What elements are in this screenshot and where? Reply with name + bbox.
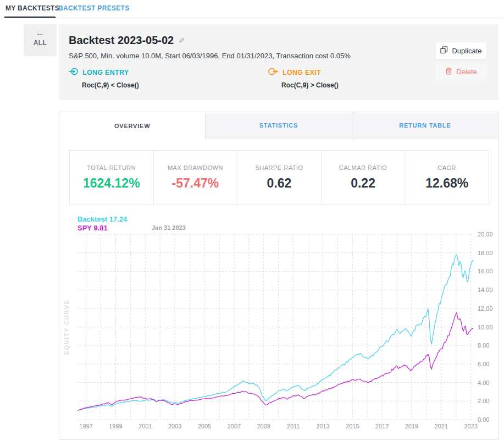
stat-max-drawdown: MAX DRAWDOWN -57.47% xyxy=(153,151,237,205)
delete-button[interactable]: Delete xyxy=(436,64,486,80)
stat-value: -57.47% xyxy=(172,176,219,191)
legend-backtest: Backtest 17.24 xyxy=(77,215,127,224)
summary-stats-row: TOTAL RETURN 1624.12% MAX DRAWDOWN -57.4… xyxy=(69,150,489,205)
svg-text:2.00: 2.00 xyxy=(478,398,489,404)
stat-label: SHARPE RATIO xyxy=(255,164,303,171)
delete-label: Delete xyxy=(456,68,477,76)
svg-text:6.00: 6.00 xyxy=(478,361,489,367)
long-entry-block: LONG ENTRY Roc(C,9) < Close() xyxy=(69,67,268,89)
top-tab-bar: MY BACKTESTS BACKTEST PRESETS xyxy=(0,0,504,18)
stat-sharpe-ratio: SHARPE RATIO 0.62 xyxy=(237,151,321,205)
svg-text:10.00: 10.00 xyxy=(478,324,493,331)
stat-label: CAGR xyxy=(437,164,456,171)
stat-calmar-ratio: CALMAR RATIO 0.22 xyxy=(321,151,405,205)
tab-overview[interactable]: OVERVIEW xyxy=(59,112,205,139)
tab-my-backtests[interactable]: MY BACKTESTS xyxy=(5,0,59,18)
svg-text:2019: 2019 xyxy=(405,423,418,430)
stat-value: 12.68% xyxy=(425,176,468,191)
results-tab-bar: OVERVIEW STATISTICS RETURN TABLE xyxy=(59,112,498,139)
svg-text:2005: 2005 xyxy=(198,423,211,430)
stat-label: CALMAR RATIO xyxy=(339,164,387,171)
tab-statistics[interactable]: STATISTICS xyxy=(205,112,351,139)
back-to-all-button[interactable]: ← ALL xyxy=(24,24,57,56)
stat-value: 1624.12% xyxy=(83,176,140,191)
svg-text:1997: 1997 xyxy=(79,423,92,430)
svg-text:14.00: 14.00 xyxy=(478,287,493,293)
duplicate-icon xyxy=(440,46,448,56)
tab-return-table[interactable]: RETURN TABLE xyxy=(352,112,498,139)
svg-text:2021: 2021 xyxy=(435,423,448,430)
back-arrow-icon: ← xyxy=(24,28,57,38)
svg-text:12.00: 12.00 xyxy=(478,305,493,312)
long-entry-icon xyxy=(69,67,79,78)
svg-text:2023: 2023 xyxy=(464,423,477,430)
stat-value: 0.62 xyxy=(267,176,292,191)
stat-total-return: TOTAL RETURN 1624.12% xyxy=(70,151,153,205)
long-entry-rule: Roc(C,9) < Close() xyxy=(82,81,268,89)
legend-spy: SPY 9.81 xyxy=(77,224,127,233)
back-label: ALL xyxy=(24,39,57,47)
svg-text:2007: 2007 xyxy=(228,423,241,430)
long-exit-rule: Roc(C,9) > Close() xyxy=(281,81,468,89)
equity-curve-chart[interactable]: 0.002.004.006.008.0010.0012.0014.0016.00… xyxy=(62,214,496,434)
svg-text:8.00: 8.00 xyxy=(478,342,489,349)
svg-text:2009: 2009 xyxy=(257,423,270,430)
page-title: Backtest 2023-05-02 xyxy=(69,34,174,47)
active-tab-underline xyxy=(4,16,56,18)
stat-label: TOTAL RETURN xyxy=(87,164,136,171)
svg-text:EQUITY CURVE: EQUITY CURVE xyxy=(63,300,70,355)
svg-text:4.00: 4.00 xyxy=(478,379,489,386)
backtest-header: Backtest 2023-05-02 ✎ S&P 500, Min. volu… xyxy=(59,24,499,100)
svg-text:2001: 2001 xyxy=(139,423,152,430)
trash-icon xyxy=(445,67,452,76)
svg-text:2011: 2011 xyxy=(287,423,300,430)
svg-text:1999: 1999 xyxy=(109,423,122,430)
backtest-settings-summary: S&P 500, Min. volume 10.0M, Start 06/03/… xyxy=(69,52,351,60)
stat-label: MAX DRAWDOWN xyxy=(168,164,223,171)
svg-text:18.00: 18.00 xyxy=(478,250,493,256)
edit-title-icon[interactable]: ✎ xyxy=(178,36,185,45)
backtest-results-card: OVERVIEW STATISTICS RETURN TABLE TOTAL R… xyxy=(59,112,499,440)
svg-text:2003: 2003 xyxy=(168,423,181,430)
svg-text:2015: 2015 xyxy=(346,423,359,430)
long-entry-label: LONG ENTRY xyxy=(82,69,129,76)
duplicate-label: Duplicate xyxy=(452,47,481,55)
chart-date-label: Jan 31 2023 xyxy=(152,224,186,231)
long-exit-icon xyxy=(268,67,279,78)
duplicate-button[interactable]: Duplicate xyxy=(436,42,486,59)
stat-value: 0.22 xyxy=(351,176,375,191)
svg-text:16.00: 16.00 xyxy=(478,268,493,274)
svg-text:0.00: 0.00 xyxy=(478,416,489,423)
svg-text:20.00: 20.00 xyxy=(478,231,493,238)
long-exit-label: LONG EXIT xyxy=(283,69,321,76)
tab-backtest-presets[interactable]: BACKTEST PRESETS xyxy=(58,0,129,18)
svg-text:2017: 2017 xyxy=(375,423,389,430)
svg-text:2013: 2013 xyxy=(316,423,329,430)
chart-canvas[interactable]: 0.002.004.006.008.0010.0012.0014.0016.00… xyxy=(62,214,496,434)
stat-cagr: CAGR 12.68% xyxy=(405,151,489,205)
